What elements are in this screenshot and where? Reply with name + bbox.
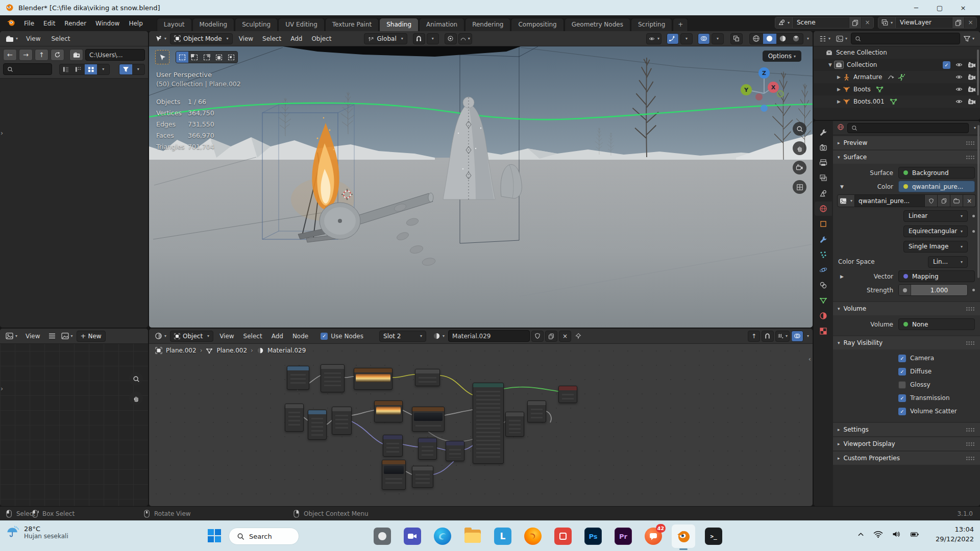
material-preview-icon[interactable]: ▾	[431, 331, 447, 341]
overlays-dropdown-icon[interactable]: ▾	[712, 33, 724, 44]
taskbar-app-terminal[interactable]: >_	[702, 524, 725, 548]
object-visibility-icon[interactable]: ▾	[646, 33, 662, 44]
file-list-area[interactable]	[0, 79, 148, 328]
outliner-item-label[interactable]: Boots.001	[853, 98, 885, 105]
checkbox-volume-scatter[interactable]: ✓	[898, 408, 906, 415]
properties-scrollbar[interactable]	[977, 125, 979, 278]
viewlayer-copy-icon[interactable]	[952, 17, 964, 28]
properties-tab-object[interactable]	[815, 217, 832, 231]
shader-node-11[interactable]	[505, 412, 524, 437]
properties-options-icon[interactable]: ▾	[974, 126, 976, 130]
outliner-row-collection[interactable]: ▼Collection✓	[814, 59, 980, 71]
gizmo-dropdown-icon[interactable]: ▾	[680, 33, 693, 44]
taskbar-app-gray-app[interactable]	[371, 524, 394, 548]
outliner-row-scene-collection[interactable]: Scene Collection	[814, 46, 980, 59]
color-link-button[interactable]: qwantani_pure...	[898, 181, 975, 192]
image-type-icon[interactable]: ▾	[837, 194, 855, 207]
outliner-item-label[interactable]: Scene Collection	[836, 49, 887, 56]
tab-modeling[interactable]: Modeling	[192, 18, 235, 31]
properties-tab-texture[interactable]	[815, 324, 832, 338]
proportional-editing-icon[interactable]	[445, 33, 457, 44]
shader-type-dropdown[interactable]: Object▾	[170, 331, 213, 342]
taskbar-app-line-app[interactable]: L	[491, 524, 514, 548]
shader-menu-view[interactable]: View	[215, 331, 238, 342]
scene-unlink-icon[interactable]: ×	[861, 17, 873, 28]
outliner-row-boots-001[interactable]: ▶Boots.001	[814, 95, 980, 108]
file-browser-menu-view[interactable]: View	[21, 33, 45, 44]
shader-node-4[interactable]	[473, 383, 504, 464]
image-editor-menu-view[interactable]: View	[21, 331, 44, 342]
transform-orientation-dropdown[interactable]: Global▾	[364, 33, 407, 44]
checkbox-glossy[interactable]	[898, 381, 906, 389]
render-visibility-icon[interactable]	[968, 98, 976, 105]
taskbar-app-blender[interactable]	[672, 524, 695, 548]
navigation-gizmo[interactable]: Z X Y	[736, 62, 792, 118]
menu-file[interactable]: File	[19, 18, 39, 29]
image-fake-user-icon[interactable]	[925, 194, 938, 207]
filter-funnel-icon[interactable]	[119, 64, 132, 74]
decorator-dot[interactable]	[972, 289, 975, 291]
shader-node-0[interactable]	[287, 366, 309, 390]
taskbar-app-premiere[interactable]: Pr	[611, 524, 635, 548]
shader-menu-node[interactable]: Node	[288, 331, 313, 342]
clock-widget[interactable]: 13:04 29/12/2022	[936, 525, 974, 544]
render-visibility-icon[interactable]	[968, 61, 976, 68]
snap-magnet-icon[interactable]	[413, 33, 425, 44]
close-button[interactable]: ×	[951, 0, 975, 15]
ray-visibility-camera[interactable]: ✓Camera	[833, 352, 980, 365]
properties-tab-particles[interactable]	[815, 247, 832, 262]
outliner-item-label[interactable]: Collection	[847, 61, 877, 68]
outliner-display-mode-icon[interactable]: ▾	[834, 35, 849, 43]
viewport-menu-select[interactable]: Select	[258, 33, 286, 44]
shading-solid-icon[interactable]	[763, 34, 776, 44]
viewlayer-name[interactable]: ViewLayer	[896, 19, 952, 26]
properties-tab-data[interactable]	[815, 293, 832, 308]
snap-dropdown-icon[interactable]: ▾	[427, 33, 439, 44]
new-folder-icon[interactable]	[69, 49, 83, 61]
properties-tab-viewlayer[interactable]	[815, 171, 832, 185]
zoom-tool-icon[interactable]	[129, 372, 143, 386]
shader-node-14[interactable]	[418, 438, 437, 460]
new-image-button[interactable]: +New	[77, 331, 106, 342]
weather-widget[interactable]: 28°C Hujan sesekali	[6, 524, 68, 540]
region-expand-icon[interactable]: ›	[1, 129, 3, 137]
image-editor-canvas[interactable]: ›	[0, 344, 148, 506]
use-nodes-toggle[interactable]: ✓Use Nodes	[321, 333, 363, 340]
image-browse-icon[interactable]: ▾	[59, 332, 75, 340]
taskbar-app-teams[interactable]	[401, 524, 424, 548]
render-visibility-icon[interactable]	[968, 73, 976, 81]
shader-node-1[interactable]	[321, 364, 345, 392]
pan-hand-icon[interactable]	[129, 391, 143, 405]
shader-node-12[interactable]	[527, 400, 546, 422]
display-mode-dropdown-icon[interactable]: ▾	[97, 64, 109, 74]
interpolation-dropdown[interactable]: Linear▾	[903, 210, 968, 222]
minimize-button[interactable]: ─	[904, 0, 928, 15]
material-fake-user-icon[interactable]	[531, 331, 544, 342]
shader-node-5[interactable]	[558, 386, 577, 403]
taskbar-search[interactable]: Search	[229, 528, 299, 545]
decorator-dot[interactable]	[972, 215, 975, 217]
ray-visibility-volume-scatter[interactable]: ✓Volume Scatter	[833, 405, 980, 418]
taskbar-app-adobe-red[interactable]	[551, 524, 575, 548]
tab-geometry-nodes[interactable]: Geometry Nodes	[565, 18, 630, 31]
image-copy-icon[interactable]	[938, 194, 950, 207]
gizmo-z-neg[interactable]	[761, 105, 768, 112]
checkbox-diffuse[interactable]: ✓	[898, 368, 906, 375]
gizmo-z-axis[interactable]: Z	[758, 67, 770, 79]
show-gizmo-icon[interactable]	[667, 33, 679, 44]
shader-node-10[interactable]	[412, 407, 445, 432]
color-expander[interactable]: ▼	[840, 184, 844, 189]
tab-layout[interactable]: Layout	[157, 18, 192, 31]
outliner-search-input[interactable]	[851, 33, 960, 44]
render-visibility-icon[interactable]	[968, 86, 976, 93]
filter-dropdown-icon[interactable]: ▾	[132, 64, 144, 74]
expander-icon[interactable]: ▶	[835, 87, 843, 92]
surface-shader-button[interactable]: Background	[898, 167, 975, 179]
material-unlink-icon[interactable]: ×	[559, 331, 571, 342]
display-horizontal-list-icon[interactable]	[72, 64, 85, 74]
windows-start-button[interactable]	[207, 528, 222, 545]
viewport-menu-object[interactable]: Object	[307, 33, 336, 44]
shader-node-13[interactable]	[383, 435, 403, 457]
nav-refresh-icon[interactable]	[51, 49, 64, 61]
viewport-scene[interactable]: User Perspective (50) Collection | Plane…	[149, 46, 813, 328]
